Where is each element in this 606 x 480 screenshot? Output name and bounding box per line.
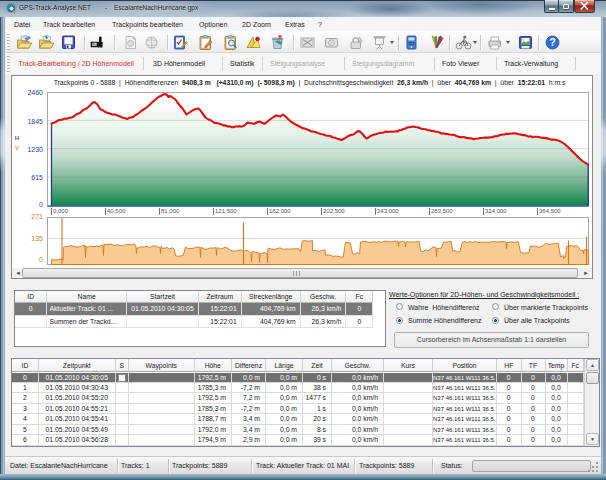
svg-text:?: ? <box>549 37 555 48</box>
